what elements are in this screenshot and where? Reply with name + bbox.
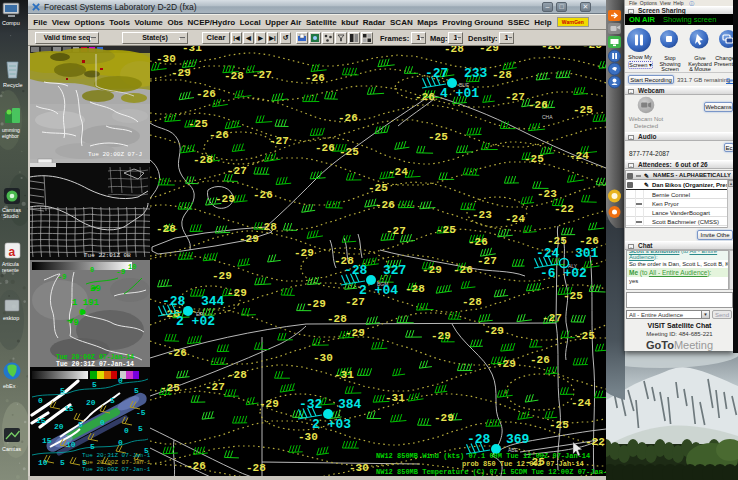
svg-text:CHA: CHA [542,114,553,120]
svg-text:-24 301: -24 301 [536,246,599,261]
svg-text:-27: -27 [252,69,272,81]
svg-text:2 +04: 2 +04 [359,283,398,298]
svg-text:-29: -29 [479,46,499,54]
svg-text:-25: -25 [160,382,180,394]
svg-text:-26: -26 [338,112,358,124]
svg-text:-22: -22 [585,436,605,448]
svg-text:NW12 850MB Temperature (C) 07.: NW12 850MB Temperature (C) 07.1 5CDM Tue… [376,468,606,476]
svg-text:-28: -28 [224,70,244,82]
svg-text:0: 0 [124,426,129,435]
svg-text:-29: -29 [484,325,504,337]
svg-text:Tue 20:31Z 07-Jan-14: Tue 20:31Z 07-Jan-14 [82,452,150,459]
svg-text:a: a [9,245,16,259]
svg-text:-29: -29 [345,327,365,339]
svg-text:-28 369: -28 369 [467,432,530,447]
svg-text:4 +01: 4 +01 [440,86,479,101]
svg-text:-26: -26 [530,354,550,366]
svg-text:-25: -25 [582,46,602,51]
svg-text:-28: -28 [246,462,266,474]
svg-text:0: 0 [118,438,123,447]
svg-text:-24: -24 [388,166,408,178]
svg-text:-27: -27 [227,165,247,177]
svg-text:Tue 20:00Z 07-Jan-14: Tue 20:00Z 07-Jan-14 [82,459,150,466]
svg-text:-27: -27 [269,135,289,147]
svg-text:-31: -31 [182,46,202,54]
svg-text:0: 0 [90,266,94,274]
svg-text:-29: -29 [294,247,314,259]
svg-text:5: 5 [90,442,95,451]
svg-text:-29: -29 [431,330,451,342]
svg-text:-25: -25 [436,224,456,236]
svg-text:-23: -23 [537,188,557,200]
svg-text:-27: -27 [505,91,525,103]
svg-text:-30: -30 [156,53,176,65]
svg-text:-30: -30 [313,352,333,364]
svg-text:-28: -28 [444,46,464,55]
svg-text:esktop: esktop [3,315,19,321]
svg-text:-25: -25 [428,131,448,143]
svg-text:-25: -25 [339,146,359,158]
svg-text:-24: -24 [571,397,591,409]
svg-text:-25: -25 [524,153,544,165]
svg-text:-30: -30 [298,431,318,443]
svg-text:NW12 850MB Wind (kts) 07.1 00: NW12 850MB Wind (kts) 07.1 00M Tue 12:00… [376,452,590,460]
svg-text:-9: -9 [58,273,66,281]
svg-text:-28 344: -28 344 [162,294,225,309]
svg-text:5: 5 [110,396,115,405]
svg-text:-29: -29 [239,233,259,245]
svg-text:-25: -25 [549,419,569,431]
svg-text:2 +03: 2 +03 [312,417,351,432]
svg-text:-28: -28 [193,154,213,166]
svg-text:5: 5 [134,386,139,395]
svg-text:-26: -26 [186,460,206,472]
svg-text:-26: -26 [253,189,273,201]
svg-text:-28: -28 [405,283,425,295]
svg-text:-5: -5 [136,408,146,417]
svg-text:-28: -28 [156,223,176,235]
svg-text:1 191: 1 191 [72,298,100,308]
svg-text:Tue 20:00Z 07-J: Tue 20:00Z 07-J [88,151,142,158]
svg-text:0: 0 [38,396,43,405]
svg-text:resente: resente [2,267,19,273]
svg-text:-29: -29 [434,412,454,424]
svg-text:2 +02: 2 +02 [176,314,215,329]
svg-text:-28: -28 [257,221,277,233]
svg-text:-28: -28 [462,296,482,308]
svg-text:-26: -26 [315,142,335,154]
svg-text:-29: -29 [215,193,235,205]
svg-text:-24: -24 [505,213,525,225]
svg-text:-27 233: -27 233 [425,66,488,81]
svg-text:Compu: Compu [2,20,20,26]
svg-text:5: 5 [78,420,83,429]
svg-text:-29: -29 [306,298,326,310]
svg-text:15: 15 [42,436,52,445]
svg-text:-29: -29 [212,270,232,282]
svg-text:-23: -23 [472,209,492,221]
svg-text:-29: -29 [259,398,279,410]
svg-text:-26: -26 [528,99,548,111]
svg-text:eighbor: eighbor [2,133,19,139]
svg-text:-27: -27 [205,381,225,393]
svg-text:-28: -28 [541,46,561,52]
svg-text:Tue 22:01Z 08: Tue 22:01Z 08 [84,252,131,259]
svg-text:-32 384: -32 384 [299,397,362,412]
svg-text:5: 5 [138,424,143,433]
svg-text:-28 327: -28 327 [344,263,406,278]
svg-text:0: 0 [118,376,123,385]
svg-text:ebEx: ebEx [3,383,16,389]
svg-text:10: 10 [128,263,136,271]
svg-text:-27: -27 [542,312,562,324]
svg-text:Tue 20:00Z 07-Jan-14: Tue 20:00Z 07-Jan-14 [82,466,150,473]
svg-text:15: 15 [36,416,46,425]
svg-text:-26: -26 [305,72,325,84]
svg-text:-9: -9 [116,267,126,276]
svg-text:-28: -28 [327,313,347,325]
svg-text:Studio: Studio [3,213,19,219]
svg-text:prob 850 Tue 12:00Z 07-Jan-14: prob 850 Tue 12:00Z 07-Jan-14 [462,460,584,468]
svg-text:-25: -25 [575,330,595,342]
svg-text:-29: -29 [227,287,247,299]
svg-text:0: 0 [100,418,105,427]
svg-text:-26: -26 [468,236,488,248]
svg-text:-22: -22 [554,203,574,215]
svg-text:-25: -25 [368,182,388,194]
